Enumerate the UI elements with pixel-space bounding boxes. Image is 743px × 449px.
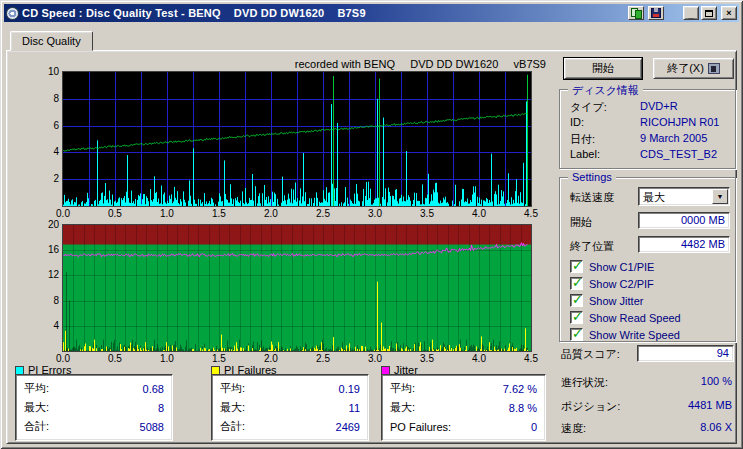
y-tick: 20 <box>31 219 59 230</box>
checkbox-show-c1-pie[interactable]: ✓ Show C1/PIE <box>570 260 654 273</box>
maximize-button[interactable] <box>701 6 717 20</box>
stat-row: PO Failures:0 <box>390 417 537 436</box>
position-value: 4481 MB <box>688 399 732 411</box>
x-tick: 2.5 <box>316 353 330 364</box>
x-tick: 2.0 <box>264 353 278 364</box>
x-tick: 2.0 <box>264 208 278 219</box>
x-tick: 1.5 <box>212 208 226 219</box>
x-tick: 4.0 <box>472 353 486 364</box>
pie-errors-plot <box>62 71 532 207</box>
checkbox-show-c2-pif[interactable]: ✓ Show C2/PIF <box>570 277 654 290</box>
close-button[interactable]: × <box>721 6 737 20</box>
check-icon: ✓ <box>572 275 583 290</box>
copy-pages-icon[interactable] <box>628 6 644 20</box>
y-tick: 2 <box>31 173 59 184</box>
chevron-down-icon[interactable]: ▼ <box>712 189 728 204</box>
check-icon: ✓ <box>572 258 583 273</box>
pif-jitter-plot <box>62 224 532 352</box>
exit-button[interactable]: 終了(X) <box>653 58 734 79</box>
stat-row: 合計:2469 <box>220 417 360 436</box>
stat-row: 合計:5088 <box>24 417 164 436</box>
check-icon: ✓ <box>572 326 583 341</box>
x-tick: 4.5 <box>524 353 538 364</box>
disc-info-legend: ディスク情報 <box>568 83 643 98</box>
x-tick: 4.0 <box>472 208 486 219</box>
checkbox-show-write-speed[interactable]: ✓ Show Write Speed <box>570 328 680 341</box>
y-tick: 4 <box>31 146 59 157</box>
tab-disc-quality[interactable]: Disc Quality <box>10 31 93 51</box>
x-tick: 0.0 <box>56 353 70 364</box>
x-tick: 1.5 <box>212 353 226 364</box>
exit-icon <box>708 63 720 74</box>
stat-row: 最大:8 <box>24 398 164 417</box>
pie-chart-y-axis: 10 8 6 4 2 <box>31 72 59 206</box>
y-tick: 4 <box>31 320 59 331</box>
pif-chart-y-axis: 20 16 12 8 4 <box>31 225 59 351</box>
y-tick: 12 <box>31 269 59 280</box>
window-title: CD Speed : Disc Quality Test - BENQ DVD … <box>22 7 625 19</box>
stat-row: 平均:0.68 <box>24 379 164 398</box>
save-disk-icon[interactable] <box>648 6 664 20</box>
progress-value: 100 % <box>701 375 732 387</box>
disc-info-group: ディスク情報 タイプ:DVD+R ID:RICOHJPN R01 日付:9 Ma… <box>559 89 736 169</box>
stat-row: 最大:8.8 % <box>390 398 537 417</box>
window-controls: _ × <box>683 6 737 20</box>
pie-errors-chart <box>63 72 531 206</box>
checkbox-show-jitter[interactable]: ✓ Show Jitter <box>570 294 643 307</box>
y-tick: 10 <box>31 66 59 77</box>
x-tick: 4.5 <box>524 208 538 219</box>
pi-errors-stats: 平均:0.68 最大:8 合計:5088 <box>15 374 173 441</box>
maximize-icon <box>705 10 713 17</box>
close-icon: × <box>726 9 731 18</box>
jitter-stats: 平均:7.62 % 最大:8.8 % PO Failures:0 <box>381 374 546 441</box>
chart-header: recorded with BENQ DVD DD DW1620 vB7S9 <box>63 58 546 70</box>
x-tick: 3.5 <box>420 208 434 219</box>
y-tick: 6 <box>31 120 59 131</box>
x-tick: 1.0 <box>160 353 174 364</box>
settings-legend: Settings <box>568 171 616 183</box>
minimize-button[interactable]: _ <box>683 6 699 20</box>
minimize-icon: _ <box>688 11 693 20</box>
start-button[interactable]: 開始 <box>564 58 642 79</box>
quality-score-value: 94 <box>637 345 734 362</box>
x-tick: 2.5 <box>316 208 330 219</box>
quality-score-label: 品質スコア: <box>561 347 620 362</box>
x-tick: 3.5 <box>420 353 434 364</box>
x-tick: 0.0 <box>56 208 70 219</box>
x-tick: 3.0 <box>368 208 382 219</box>
checkbox-show-read-speed[interactable]: ✓ Show Read Speed <box>570 311 681 324</box>
start-position-field[interactable]: 0000 MB <box>638 212 730 229</box>
pi-failures-stats: 平均:0.19 最大:11 合計:2469 <box>211 374 369 441</box>
y-tick: 16 <box>31 244 59 255</box>
cd-app-icon <box>6 7 19 20</box>
stat-row: 平均:0.19 <box>220 379 360 398</box>
x-tick: 0.5 <box>108 353 122 364</box>
y-tick: 8 <box>31 93 59 104</box>
stat-row: 平均:7.62 % <box>390 379 537 398</box>
speed-value: 8.06 X <box>700 421 732 433</box>
pif-chart-x-axis: 0.0 0.5 1.0 1.5 2.0 2.5 3.0 3.5 4.0 4.5 <box>63 353 531 365</box>
disc-quality-panel: recorded with BENQ DVD DD DW1620 vB7S9 1… <box>6 50 737 444</box>
app-window: CD Speed : Disc Quality Test - BENQ DVD … <box>0 0 743 449</box>
end-position-field[interactable]: 4482 MB <box>638 236 730 253</box>
speed-dropdown[interactable]: 最大 ▼ <box>638 187 730 206</box>
titlebar[interactable]: CD Speed : Disc Quality Test - BENQ DVD … <box>4 4 739 22</box>
pie-chart-x-axis: 0.0 0.5 1.0 1.5 2.0 2.5 3.0 3.5 4.0 4.5 <box>63 208 531 220</box>
x-tick: 0.5 <box>108 208 122 219</box>
pif-jitter-chart <box>63 225 531 351</box>
stat-row: 最大:11 <box>220 398 360 417</box>
titlebar-tools <box>628 6 664 20</box>
check-icon: ✓ <box>572 292 583 307</box>
check-icon: ✓ <box>572 309 583 324</box>
y-tick: 8 <box>31 295 59 306</box>
settings-group: Settings 転送速度 最大 ▼ 開始 0000 MB 終了位置 4482 … <box>559 177 736 342</box>
x-tick: 3.0 <box>368 353 382 364</box>
x-tick: 1.0 <box>160 208 174 219</box>
